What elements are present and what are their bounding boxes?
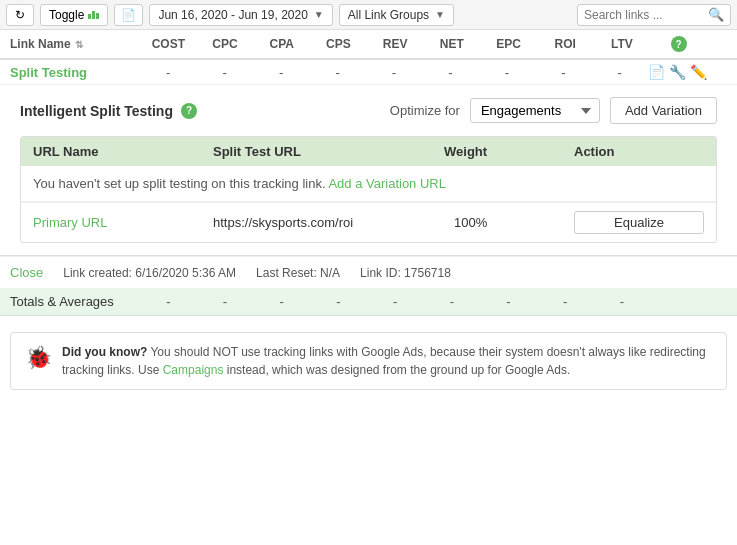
info-bold: Did you know? [62,345,147,359]
inner-col-weight: Weight [444,144,574,159]
inner-table-header: URL Name Split Test URL Weight Action [21,137,716,166]
totals-roi: - [537,294,594,309]
date-range-picker[interactable]: Jun 16, 2020 - Jun 19, 2020 ▼ [149,4,332,26]
col-net: NET [424,37,481,51]
roi-cell: - [535,65,591,80]
inner-table-row: Primary URL https://skysports.com/roi 10… [21,202,716,242]
date-range-label: Jun 16, 2020 - Jun 19, 2020 [158,8,307,22]
table-header: Link Name ⇅ COST CPC CPA CPS REV NET EPC… [0,30,737,60]
split-testing-link[interactable]: Split Testing [10,65,87,80]
file-icon: 📄 [121,8,136,22]
col-ltv: LTV [594,37,651,51]
search-box[interactable]: 🔍 [577,4,731,26]
expanded-panel: Intelligent Split Testing ? Optimize for… [0,85,737,256]
toggle-button[interactable]: Toggle [40,4,108,26]
info-text-2: instead, which was designed from the gro… [223,363,570,377]
intelligent-title: Intelligent Split Testing [20,103,173,119]
totals-cps: - [310,294,367,309]
toggle-label: Toggle [49,8,84,22]
inner-table: URL Name Split Test URL Weight Action Yo… [20,136,717,243]
table-row: Split Testing - - - - - - - - - 📄 🔧 ✏️ [0,60,737,85]
campaigns-link[interactable]: Campaigns [163,363,224,377]
footer-row: Close Link created: 6/16/2020 5:36 AM La… [0,256,737,288]
refresh-icon: ↻ [15,8,25,22]
refresh-button[interactable]: ↻ [6,4,34,26]
link-name-cell: Split Testing [10,65,140,80]
totals-epc: - [480,294,537,309]
cpc-cell: - [196,65,252,80]
optimize-label: Optimize for [390,103,460,118]
add-variation-button[interactable]: Add Variation [610,97,717,124]
close-link[interactable]: Close [10,265,43,280]
net-cell: - [422,65,478,80]
col-cpc: CPC [197,37,254,51]
link-id-meta: Link ID: 1756718 [360,266,451,280]
totals-cpa: - [253,294,310,309]
link-groups-label: All Link Groups [348,8,429,22]
search-icon: 🔍 [708,7,724,22]
col-roi: ROI [537,37,594,51]
optimize-select[interactable]: Engagements Conversions Revenue [470,98,600,123]
totals-label: Totals & Averages [10,294,140,309]
pencil-row-icon[interactable]: ✏️ [690,64,707,80]
totals-row: Totals & Averages - - - - - - - - - [0,288,737,316]
last-reset-meta: Last Reset: N/A [256,266,340,280]
search-input[interactable] [584,8,704,22]
primary-url-label[interactable]: Primary URL [33,215,213,230]
edit-row-icon[interactable]: 🔧 [669,64,686,80]
totals-ltv: - [594,294,651,309]
col-epc: EPC [480,37,537,51]
inner-col-url-name: URL Name [33,144,213,159]
ltv-cell: - [592,65,648,80]
cps-cell: - [309,65,365,80]
export-button[interactable]: 📄 [114,4,143,26]
totals-net: - [424,294,481,309]
primary-url-value: https://skysports.com/roi [213,215,444,230]
export-row-icon[interactable]: 📄 [648,64,665,80]
totals-rev: - [367,294,424,309]
add-variation-url-link[interactable]: Add a Variation URL [328,176,446,191]
epc-cell: - [479,65,535,80]
link-created-meta: Link created: 6/16/2020 5:36 AM [63,266,236,280]
inner-col-action: Action [574,144,704,159]
chevron-down-icon: ▼ [435,9,445,20]
cpa-cell: - [253,65,309,80]
totals-cpc: - [197,294,254,309]
col-link-name: Link Name ⇅ [10,37,140,51]
col-cpa: CPA [253,37,310,51]
col-help: ? [650,36,707,52]
info-text: Did you know? You should NOT use trackin… [62,343,712,379]
help-icon[interactable]: ? [671,36,687,52]
toolbar: ↻ Toggle 📄 Jun 16, 2020 - Jun 19, 2020 ▼… [0,0,737,30]
bug-icon: 🐞 [25,345,52,371]
notice-text: You haven't set up split testing on this… [33,176,326,191]
equalize-button[interactable]: Equalize [574,211,704,234]
link-groups-dropdown[interactable]: All Link Groups ▼ [339,4,454,26]
intelligent-header: Intelligent Split Testing ? Optimize for… [20,97,717,124]
chart-icon [88,11,99,19]
inner-table-notice: You haven't set up split testing on this… [21,166,716,202]
cost-cell: - [140,65,196,80]
totals-cost: - [140,294,197,309]
col-cps: CPS [310,37,367,51]
rev-cell: - [366,65,422,80]
chevron-down-icon: ▼ [314,9,324,20]
sort-icon[interactable]: ⇅ [75,39,83,50]
weight-value: 100% [444,215,574,230]
info-box: 🐞 Did you know? You should NOT use track… [10,332,727,390]
optimize-row: Optimize for Engagements Conversions Rev… [390,97,717,124]
col-rev: REV [367,37,424,51]
col-cost: COST [140,37,197,51]
intelligent-help-icon[interactable]: ? [181,103,197,119]
inner-col-split-url: Split Test URL [213,144,444,159]
row-actions: 📄 🔧 ✏️ [648,64,707,80]
